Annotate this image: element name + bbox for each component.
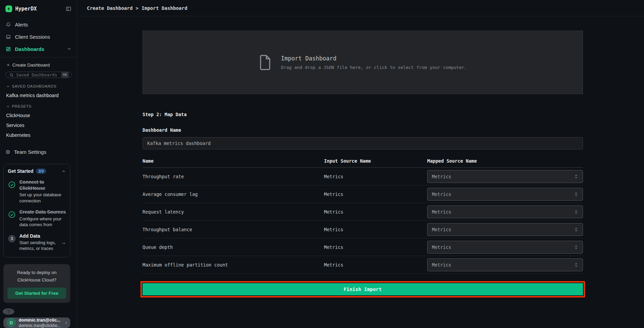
row-input-source: Metrics — [324, 209, 427, 215]
plus-icon: + — [7, 62, 10, 68]
chevron-down-icon — [6, 85, 10, 88]
get-started-free-button[interactable]: Get Started for Free — [7, 288, 66, 299]
user-name: dominic.tran@clic... — [19, 317, 62, 323]
app-root: HyperDX Alerts Client Sessions — [0, 0, 644, 328]
create-dashboard-button[interactable]: + Create Dashboard — [7, 62, 72, 68]
row-name: Throughput balance — [143, 227, 324, 232]
get-started-title: Get Started — [8, 168, 33, 174]
chevron-down-icon — [6, 105, 10, 108]
step-desc: Start sending logs, metrics, or traces — [19, 240, 57, 252]
mapped-source-select[interactable]: Metrics — [427, 170, 583, 183]
mapping-table: Name Input Source Name Mapped Source Nam… — [143, 154, 583, 274]
check-circle-icon — [8, 179, 16, 204]
sidebar-item-team-settings[interactable]: ⚙ Team Settings — [5, 149, 72, 155]
section-title: PRESETS — [12, 104, 32, 108]
user-email: dominic.tran@clickho... — [19, 323, 62, 328]
highlight-box: Finish Import — [140, 281, 585, 297]
get-started-header[interactable]: Get Started 2/3 — [8, 168, 66, 174]
row-name: Request latency — [143, 209, 324, 215]
select-value: Metrics — [432, 262, 451, 268]
table-row: Request latency Metrics Metrics — [143, 203, 583, 221]
app-title: HyperDX — [15, 6, 62, 12]
row-name: Average consumer lag — [143, 192, 324, 197]
get-started-card: Get Started 2/3 Connect to ClickHouse Se… — [3, 164, 70, 257]
row-input-source: Metrics — [324, 244, 427, 250]
chevron-up-icon[interactable] — [67, 47, 72, 51]
select-value: Metrics — [432, 244, 451, 250]
finish-import-button[interactable]: Finish Import — [143, 283, 583, 295]
table-row: Throughput balance Metrics Metrics — [143, 221, 583, 238]
sidebar-item-clickhouse[interactable]: ClickHouse — [6, 113, 72, 118]
nav-label: Dashboards — [15, 46, 44, 52]
sidebar-item-kubernetes[interactable]: Kubernetes — [6, 132, 72, 138]
header-mapped-source: Mapped Source Name — [427, 158, 583, 164]
deploy-card: Ready to deploy on ClickHouse Cloud? Get… — [3, 264, 70, 303]
saved-dashboards-search[interactable]: ⌘K — [5, 72, 72, 78]
table-row: Throughput rate Metrics Metrics — [143, 168, 583, 185]
section-saved-dashboards[interactable]: SAVED DASHBOARDS — [6, 84, 72, 88]
mapped-source-select[interactable]: Metrics — [427, 205, 583, 218]
hyperdx-logo-icon — [5, 5, 12, 12]
sidebar: HyperDX Alerts Client Sessions — [0, 0, 77, 328]
select-value: Metrics — [432, 174, 451, 179]
bell-icon — [5, 22, 11, 28]
sidebar-item-dashboards[interactable]: Dashboards — [5, 43, 72, 54]
dashboard-name-input[interactable] — [143, 137, 583, 149]
progress-badge: 2/3 — [36, 168, 46, 174]
row-name: Throughput rate — [143, 174, 324, 179]
gear-icon: ⚙ — [5, 149, 10, 155]
avatar: D — [6, 318, 16, 327]
sidebar-item-client-sessions[interactable]: Client Sessions — [5, 31, 72, 42]
json-dropzone[interactable]: Import Dashboard Drag and drop a JSON fi… — [143, 31, 583, 94]
select-updown-icon — [574, 244, 578, 250]
team-settings-label: Team Settings — [14, 149, 46, 155]
step-desc: Configure where your data comes from — [19, 216, 66, 228]
import-dashboard-page: Import Dashboard Drag and drop a JSON fi… — [77, 16, 644, 297]
row-input-source: Metrics — [324, 262, 427, 268]
search-icon — [9, 73, 14, 77]
search-input[interactable] — [16, 72, 59, 77]
table-row: Maximum offline partition count Metrics … — [143, 256, 583, 274]
step-add-data[interactable]: 3 Add Data Start sending logs, metrics, … — [8, 233, 66, 252]
sidebar-item-services[interactable]: Services — [6, 123, 72, 128]
search-shortcut-badge: ⌘K — [61, 72, 69, 78]
select-updown-icon — [574, 227, 578, 232]
row-name: Maximum offline partition count — [143, 262, 324, 268]
select-value: Metrics — [432, 209, 451, 215]
step-create-data-sources[interactable]: Create Data Sources Configure where your… — [8, 209, 66, 227]
breadcrumb-create-dashboard[interactable]: Create Dashboard — [87, 5, 133, 11]
select-updown-icon — [574, 262, 578, 268]
create-dashboard-label: Create Dashboard — [12, 62, 50, 68]
row-input-source: Metrics — [324, 227, 427, 232]
table-row: Queue depth Metrics Metrics — [143, 238, 583, 256]
step-title: Add Data — [19, 233, 40, 239]
section-presets[interactable]: PRESETS — [6, 104, 72, 108]
header-name: Name — [143, 158, 324, 164]
user-menu[interactable]: D dominic.tran@clic... dominic.tran@clic… — [3, 317, 70, 328]
sidebar-nav: Alerts Client Sessions Dashboards — [0, 12, 77, 54]
mapped-source-select[interactable]: Metrics — [427, 223, 583, 236]
step-title: Connect to ClickHouse — [19, 179, 45, 191]
mapped-source-select[interactable]: Metrics — [427, 258, 583, 271]
sidebar-item-kafka-metrics-dashboard[interactable]: Kafka metrics dashboard — [6, 93, 72, 98]
dropzone-subtitle: Drag and drop a JSON file here, or click… — [281, 65, 467, 70]
chevron-right-icon: › — [65, 319, 67, 326]
breadcrumb-separator: > — [136, 5, 138, 11]
collapse-sidebar-icon[interactable] — [65, 6, 72, 12]
header-input-source: Input Source Name — [324, 158, 427, 164]
step-title: Create Data Sources — [19, 209, 66, 215]
dashboard-grid-icon — [5, 46, 11, 52]
sidebar-item-alerts[interactable]: Alerts — [5, 19, 72, 30]
nav-label: Client Sessions — [15, 34, 50, 40]
mapped-source-select[interactable]: Metrics — [427, 241, 583, 254]
section-title: SAVED DASHBOARDS — [12, 84, 56, 88]
check-circle-icon — [8, 209, 16, 227]
deploy-text-line2: ClickHouse Cloud? — [7, 276, 66, 284]
step-connect-clickhouse[interactable]: Connect to ClickHouse Set up your databa… — [8, 179, 66, 204]
mapped-source-select[interactable]: Metrics — [427, 188, 583, 201]
logo-row: HyperDX — [0, 0, 77, 12]
chevron-up-icon[interactable] — [61, 169, 66, 174]
sidebar-divider — [0, 57, 77, 57]
help-button[interactable]: ? — [3, 308, 14, 315]
select-value: Metrics — [432, 227, 451, 232]
